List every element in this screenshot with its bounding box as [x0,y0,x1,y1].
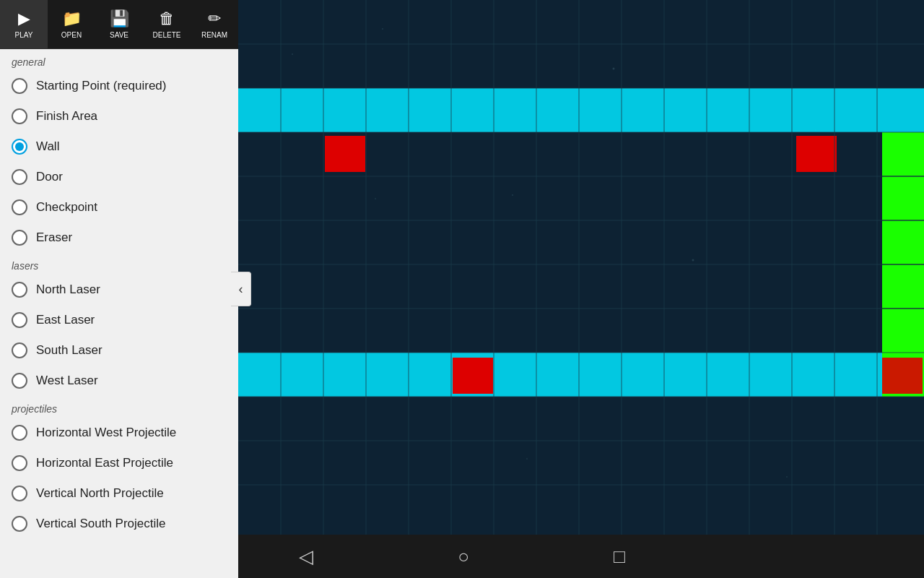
open-button[interactable]: 📁 OPEN [48,0,95,49]
sidebar-item-west-laser[interactable]: West Laser [0,366,238,396]
chevron-left-icon: ‹ [239,282,243,297]
radio-label-east-laser: East Laser [36,313,95,327]
open-label: OPEN [61,31,82,39]
radio-label-wall: Wall [36,139,59,154]
sidebar-item-east-laser[interactable]: East Laser [0,305,238,335]
radio-label-vertical-north: Vertical North Projectile [36,486,164,501]
save-icon: 💾 [110,9,129,28]
sidebar-item-south-laser[interactable]: South Laser [0,335,238,366]
save-button[interactable]: 💾 SAVE [95,0,143,49]
svg-point-11 [786,476,788,478]
radio-circle-finish-area [12,108,27,124]
svg-rect-14 [238,353,924,397]
radio-circle-west-laser [12,373,27,389]
home-nav-icon[interactable]: ○ [458,545,469,568]
radio-label-south-laser: South Laser [36,343,103,358]
collapse-sidebar-button[interactable]: ‹ [231,272,251,306]
svg-point-1 [292,53,293,55]
radio-circle-starting-point [12,78,27,94]
delete-button[interactable]: 🗑 DELETE [143,0,191,49]
radio-label-west-laser: West Laser [36,374,98,388]
sidebar-item-starting-point[interactable]: Starting Point (required) [0,71,238,101]
grid-svg [238,0,924,535]
sidebar-item-door[interactable]: Door [0,162,238,192]
radio-label-north-laser: North Laser [36,282,100,297]
sidebar-item-vertical-south[interactable]: Vertical South Projectile [0,509,238,539]
recent-nav-icon[interactable]: □ [614,545,625,568]
delete-icon: 🗑 [159,9,175,28]
sidebar-item-checkpoint[interactable]: Checkpoint [0,192,238,223]
play-button[interactable]: ▶ PLAY [0,0,48,49]
radio-circle-vertical-south [12,516,27,532]
radio-label-door: Door [36,170,63,184]
svg-rect-13 [238,88,924,132]
section-label-projectiles: projectiles [0,396,238,418]
section-label-general: general [0,49,238,71]
sidebar: generalStarting Point (required)Finish A… [0,49,238,578]
radio-circle-horizontal-west [12,425,27,441]
sidebar-item-eraser[interactable]: Eraser [0,223,238,253]
grid-area[interactable] [238,0,924,535]
radio-label-starting-point: Starting Point (required) [36,79,166,93]
sidebar-item-horizontal-west[interactable]: Horizontal West Projectile [0,418,238,448]
svg-rect-23 [882,358,923,394]
open-icon: 📁 [62,9,82,28]
play-label: PLAY [15,31,33,39]
radio-label-checkpoint: Checkpoint [36,200,97,215]
radio-circle-south-laser [12,342,27,358]
rename-icon: ✏ [208,9,221,28]
svg-rect-20 [325,136,365,172]
svg-point-5 [375,198,376,199]
sidebar-item-north-laser[interactable]: North Laser [0,275,238,305]
radio-circle-east-laser [12,312,27,328]
radio-label-vertical-south: Vertical South Projectile [36,517,166,531]
delete-label: DELETE [153,31,181,39]
radio-inner-wall [15,142,24,151]
svg-point-3 [613,68,615,70]
section-label-lasers: lasers [0,253,238,275]
radio-label-finish-area: Finish Area [36,109,97,124]
svg-point-4 [512,194,513,196]
svg-rect-0 [238,0,924,535]
svg-point-12 [526,458,528,460]
rename-label: RENAM [201,31,227,39]
svg-rect-22 [453,358,493,394]
sidebar-item-wall[interactable]: Wall [0,131,238,162]
svg-point-2 [382,28,383,30]
radio-circle-vertical-north [12,486,27,501]
svg-rect-21 [796,136,837,172]
back-nav-icon[interactable]: ◁ [299,545,313,568]
radio-circle-door [12,169,27,185]
radio-label-eraser: Eraser [36,230,72,245]
play-icon: ▶ [18,9,30,28]
rename-button[interactable]: ✏ RENAM [191,0,238,49]
radio-label-horizontal-east: Horizontal East Projectile [36,456,173,470]
radio-circle-eraser [12,230,27,246]
svg-point-6 [692,259,694,262]
sidebar-item-finish-area[interactable]: Finish Area [0,101,238,131]
sidebar-item-horizontal-east[interactable]: Horizontal East Projectile [0,448,238,478]
radio-circle-horizontal-east [12,455,27,471]
radio-circle-north-laser [12,282,27,298]
radio-circle-wall [12,139,27,155]
sidebar-item-vertical-north[interactable]: Vertical North Projectile [0,478,238,509]
save-label: SAVE [110,31,128,39]
radio-label-horizontal-west: Horizontal West Projectile [36,426,176,440]
radio-circle-checkpoint [12,199,27,215]
toolbar: ▶ PLAY 📁 OPEN 💾 SAVE 🗑 DELETE ✏ RENAM [0,0,238,49]
